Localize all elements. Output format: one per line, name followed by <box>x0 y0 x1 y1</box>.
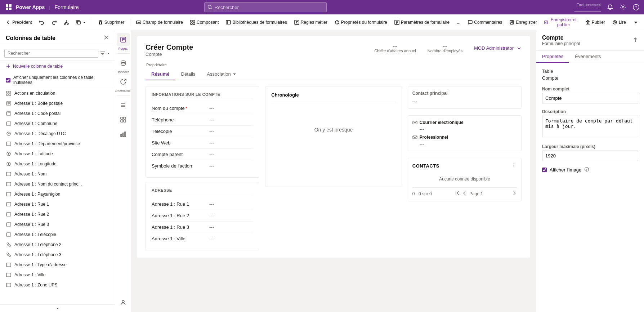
showimage-info-icon[interactable]: i <box>584 167 589 173</box>
environment-selector[interactable]: Environnement ___________ <box>574 3 601 12</box>
help-icon[interactable]: ? <box>632 4 640 11</box>
prev-page-button[interactable] <box>462 191 467 197</box>
register-button[interactable]: Enregistrer <box>506 18 540 26</box>
list-item[interactable]: Adresse 1 : Rue 1 <box>0 199 115 209</box>
search-input[interactable] <box>215 5 323 10</box>
list-item[interactable]: Adresse 1 : Commune <box>0 119 115 129</box>
cut-button[interactable] <box>61 18 72 26</box>
more-button[interactable]: ... <box>454 18 463 26</box>
svg-rect-57 <box>6 233 11 236</box>
form-field-button[interactable]: Champ de formulaire <box>133 18 186 26</box>
description-textarea[interactable]: Formulaire de compte par défaut mis à jo… <box>542 116 638 137</box>
sidebar-item-person[interactable] <box>117 296 130 309</box>
tab-events[interactable]: Événements <box>569 51 607 63</box>
back-button[interactable]: Précédent <box>3 18 35 26</box>
list-item[interactable]: Adresse 1 : Ville <box>0 270 115 280</box>
comments-button[interactable]: Commentaires <box>465 18 505 26</box>
save-dropdown-button[interactable] <box>630 18 641 26</box>
columns-search-input[interactable] <box>4 49 98 58</box>
svg-rect-46 <box>6 142 11 146</box>
list-item[interactable]: Actions en circulation <box>0 88 115 98</box>
app-grid-icon[interactable] <box>4 3 13 12</box>
svg-point-76 <box>122 300 124 303</box>
maxwidth-prop-label: Largeur maximale (pixels) <box>542 144 638 149</box>
list-item[interactable]: Adresse 1 : Latitude <box>0 149 115 159</box>
list-item[interactable]: Adresse 1 : Pays/région <box>0 189 115 199</box>
list-item[interactable]: Adresse 1 : Boîte postale <box>0 98 115 108</box>
list-item[interactable]: Adresse 1 : Nom <box>0 169 115 179</box>
bell-icon[interactable] <box>607 4 614 11</box>
svg-rect-11 <box>77 21 80 24</box>
properties-header: Compte Formulaire principal <box>536 30 644 51</box>
next-page-button[interactable] <box>512 191 517 197</box>
tab-details[interactable]: Détails <box>175 68 201 80</box>
address-section-title: ADRESSE <box>152 188 253 194</box>
fullname-input[interactable] <box>542 93 638 103</box>
rules-button[interactable]: Règles métier <box>291 18 330 26</box>
list-item[interactable]: Adresse 1 : Téléphone 2 <box>0 240 115 250</box>
show-unused-checkbox[interactable] <box>6 78 10 83</box>
svg-rect-74 <box>122 133 124 137</box>
contacts-pagination: 0 - 0 sur 0 Page 1 <box>412 187 517 197</box>
tab-properties[interactable]: Propriétés <box>536 51 569 63</box>
sidebar-item-data[interactable] <box>117 57 130 70</box>
copy-dropdown-button[interactable] <box>73 18 89 26</box>
column-icon <box>6 101 12 106</box>
list-item[interactable]: Adresse 1 : Zone UPS <box>0 280 115 290</box>
svg-rect-51 <box>6 172 11 176</box>
tab-resume[interactable]: Résumé <box>146 68 175 80</box>
first-page-button[interactable] <box>455 191 460 197</box>
global-search[interactable] <box>204 2 327 12</box>
publish-button[interactable]: Publier <box>582 18 608 26</box>
list-item[interactable]: Adresse 1 : Nom du contact princ... <box>0 179 115 189</box>
form-settings-button[interactable]: Paramètres de formulaire <box>392 18 452 26</box>
annual-revenue-field: --- Chiffre d'affaires annuel <box>374 43 416 53</box>
list-item[interactable]: Adresse 1 : Type d'adresse <box>0 260 115 270</box>
undo-button[interactable] <box>36 18 47 26</box>
close-columns-panel-icon[interactable] <box>103 35 109 41</box>
svg-rect-33 <box>9 91 11 93</box>
component-button[interactable]: Composant <box>187 18 222 26</box>
svg-rect-78 <box>413 136 417 139</box>
tab-association[interactable]: Association <box>201 68 242 80</box>
svg-rect-59 <box>6 273 11 277</box>
gear-icon[interactable] <box>620 4 627 11</box>
svg-rect-18 <box>226 21 231 24</box>
maxwidth-input[interactable] <box>542 151 638 161</box>
form-props-button[interactable]: Propriétés du formulaire <box>332 18 390 26</box>
sidebar-item-chart[interactable] <box>117 128 130 141</box>
showimage-checkbox[interactable] <box>542 168 547 172</box>
redo-button[interactable] <box>49 18 59 26</box>
list-item[interactable]: Adresse 1 : Rue 2 <box>0 209 115 219</box>
sidebar-item-pages[interactable] <box>117 33 130 46</box>
contacts-header: CONTACTS <box>412 162 517 169</box>
svg-rect-0 <box>6 4 8 7</box>
app-name: Power Apps <box>16 4 45 10</box>
owner-field[interactable]: MOD Administrator <box>474 45 522 51</box>
close-properties-icon[interactable] <box>632 37 638 44</box>
save-publish-button[interactable]: Enregistrer et publier <box>541 16 581 29</box>
sidebar-item-hamburger[interactable] <box>117 99 130 112</box>
list-item[interactable]: Adresse 1 : Décalage UTC <box>0 129 115 139</box>
svg-rect-16 <box>191 23 192 24</box>
list-item[interactable]: Adresse 1 : Téléphone 3 <box>0 250 115 260</box>
contacts-menu-icon[interactable] <box>511 162 517 169</box>
svg-rect-60 <box>6 283 11 287</box>
sidebar-item-auto[interactable] <box>117 75 130 88</box>
filter-button[interactable] <box>100 50 111 56</box>
read-button[interactable]: Lire <box>609 18 629 26</box>
delete-button[interactable]: Supprimer <box>95 18 127 26</box>
list-item[interactable]: Adresse 1 : Code postal <box>0 108 115 119</box>
new-column-button[interactable]: Nouvelle colonne de table <box>0 61 115 72</box>
sidebar-item-grid[interactable] <box>117 113 130 126</box>
list-item[interactable]: Adresse 1 : Télécopie <box>0 229 115 240</box>
list-item[interactable]: Adresse 1 : Rue 3 <box>0 219 115 229</box>
columns-panel: Colonnes de table Nouvelle colonne de ta… <box>0 30 115 312</box>
main-toolbar: Précédent Supprimer Champ de formulaire … <box>0 14 644 30</box>
column-icon <box>6 181 12 187</box>
professional-label: Professionnel <box>420 135 448 140</box>
libraries-button[interactable]: Bibliothèques de formulaires <box>223 18 290 26</box>
list-item[interactable]: Adresse 1 : Longitude <box>0 159 115 169</box>
svg-point-23 <box>337 23 337 23</box>
list-item[interactable]: Adresse 1 : Département/province <box>0 139 115 149</box>
